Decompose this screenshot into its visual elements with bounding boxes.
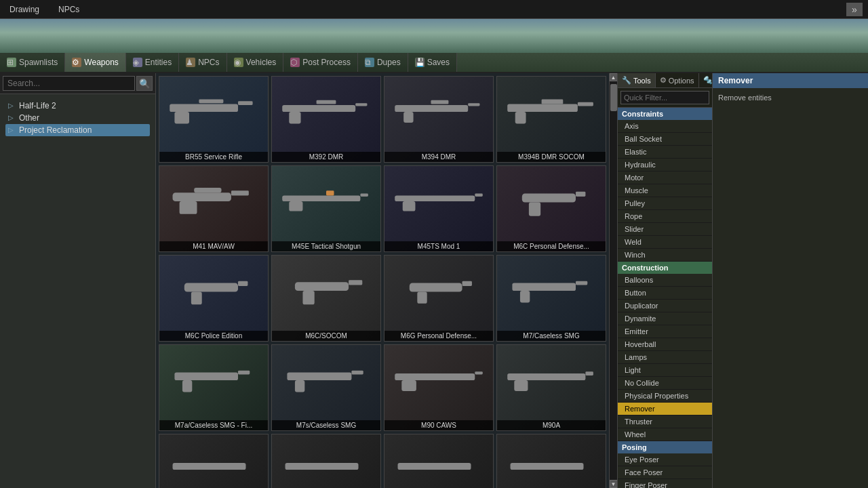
scroll-up-button[interactable]: ▲ [610, 73, 618, 81]
weapon-card[interactable]: M90A [496, 344, 606, 431]
tools-item-thruster[interactable]: Thruster [618, 415, 712, 428]
weapon-card[interactable]: M6C Personal Defense... [496, 165, 606, 252]
tools-item-face-poser[interactable]: Face Poser [618, 466, 712, 479]
weapon-card[interactable] [159, 434, 269, 488]
weapon-card[interactable]: M90 CAWS [384, 344, 494, 431]
tools-item-eye-poser[interactable]: Eye Poser [618, 453, 712, 466]
tree-bullet-icon: ▷ [8, 126, 16, 134]
quick-filter-input[interactable] [620, 91, 709, 104]
tab-options[interactable]: ⚙ Options [656, 73, 699, 87]
svg-rect-10 [403, 112, 413, 123]
tab-tools[interactable]: 🔧 Tools [618, 73, 656, 87]
expand-button[interactable]: » [846, 3, 863, 16]
tab-npcs[interactable]: ♟ NPCs [179, 53, 226, 72]
svg-rect-37 [462, 281, 472, 286]
tools-item-emitter[interactable]: Emitter [618, 325, 712, 338]
svg-rect-45 [287, 373, 351, 381]
svg-rect-1 [238, 101, 253, 105]
scroll-thumb[interactable] [610, 84, 617, 111]
tools-item-remover[interactable]: Remover [618, 403, 712, 415]
svg-rect-33 [295, 282, 349, 291]
main-layout: 🔍 ▷ Half-Life 2 ▷ Other ▷ Project Reclam… [0, 73, 868, 488]
tab-postprocess[interactable]: ⬡ Post Process [283, 53, 358, 72]
remover-content: Remove entities [713, 88, 868, 107]
tab-vehicles[interactable]: ◉ Vehicles [227, 53, 284, 72]
svg-rect-20 [282, 195, 360, 201]
weapon-card[interactable]: M394 DMR [384, 76, 494, 163]
svg-rect-40 [576, 281, 587, 285]
weapon-card[interactable] [496, 434, 606, 488]
tools-item-motor[interactable]: Motor [618, 171, 712, 184]
svg-rect-46 [351, 371, 363, 375]
weapon-card[interactable]: M394B DMR SOCOM [496, 76, 606, 163]
weapon-card[interactable]: M7a/Caseless SMG - Fi... [159, 344, 269, 431]
tab-saves[interactable]: 💾 Saves [408, 53, 457, 72]
tools-item-button[interactable]: Button [618, 287, 712, 300]
weapon-card[interactable]: M6C/SOCOM [271, 255, 381, 342]
tools-item-pulley[interactable]: Pulley [618, 197, 712, 210]
tools-item-hoverball[interactable]: Hoverball [618, 338, 712, 351]
weapon-card[interactable] [271, 434, 381, 488]
weapon-card[interactable]: M7/Caseless SMG [496, 255, 606, 342]
tools-list: ConstraintsAxisBall SocketElasticHydraul… [618, 108, 712, 488]
search-input[interactable] [3, 76, 135, 91]
tools-item-physical-properties[interactable]: Physical Properties [618, 390, 712, 403]
tools-item-light[interactable]: Light [618, 364, 712, 377]
tools-item-ball-socket[interactable]: Ball Socket [618, 133, 712, 146]
weapon-card[interactable]: M41 MAV/AW [159, 165, 269, 252]
weapon-card[interactable]: M6G Personal Defense... [384, 255, 494, 342]
weapon-label: M6G Personal Defense... [384, 331, 493, 341]
svg-rect-43 [238, 371, 250, 375]
svg-rect-39 [512, 283, 576, 291]
svg-rect-3 [199, 99, 223, 103]
svg-rect-19 [194, 188, 221, 192]
tools-item-elastic[interactable]: Elastic [618, 146, 712, 159]
svg-rect-44 [182, 380, 192, 392]
tab-spawnlists[interactable]: ⊞ Spawnlists [0, 53, 65, 72]
tools-item-dynamite[interactable]: Dynamite [618, 312, 712, 325]
weapon-card[interactable]: M45E Tactical Shotgun [271, 165, 381, 252]
tools-item-finger-poser[interactable]: Finger Poser [618, 479, 712, 488]
tree-item-other[interactable]: ▷ Other [5, 112, 150, 124]
tools-item-duplicator[interactable]: Duplicator [618, 300, 712, 312]
weapon-card[interactable] [384, 434, 494, 488]
tools-item-winch[interactable]: Winch [618, 249, 712, 262]
tools-item-muscle[interactable]: Muscle [618, 184, 712, 197]
menu-drawing[interactable]: Drawing [5, 3, 43, 16]
weapon-card[interactable]: M392 DMR [271, 76, 381, 163]
tools-category-posing: Posing [618, 441, 712, 453]
grid-scrollbar[interactable]: ▲ ▼ [609, 73, 617, 488]
tools-item-no-collide[interactable]: No Collide [618, 377, 712, 390]
svg-rect-15 [542, 99, 564, 104]
tree-view: ▷ Half-Life 2 ▷ Other ▷ Project Reclamat… [0, 94, 155, 488]
npcs-icon: ♟ [186, 58, 195, 67]
tree-item-hl2[interactable]: ▷ Half-Life 2 [5, 100, 150, 112]
weapon-card[interactable]: M45TS Mod 1 [384, 165, 494, 252]
tools-item-hydraulic[interactable]: Hydraulic [618, 159, 712, 171]
tools-item-wheel[interactable]: Wheel [618, 428, 712, 441]
bg-scene [0, 19, 868, 53]
utilities-tab-icon: 🔩 [703, 76, 713, 85]
tab-entities[interactable]: ◈ Entities [126, 53, 179, 72]
svg-rect-53 [514, 380, 528, 391]
tools-item-weld[interactable]: Weld [618, 236, 712, 249]
weapon-card[interactable]: M7s/Caseless SMG [271, 344, 381, 431]
tools-item-axis[interactable]: Axis [618, 120, 712, 133]
weapon-label: M394 DMR [384, 152, 493, 162]
weapon-card[interactable]: M6C Police Edition [159, 255, 269, 342]
menu-npcs[interactable]: NPCs [54, 3, 83, 16]
tab-weapons[interactable]: ⚙ Weapons [65, 53, 125, 72]
search-button[interactable]: 🔍 [136, 76, 153, 91]
tools-item-lamps[interactable]: Lamps [618, 351, 712, 364]
svg-rect-31 [238, 281, 248, 286]
weapon-card[interactable]: BR55 Service Rifle [159, 76, 269, 163]
scroll-down-button[interactable]: ▼ [610, 480, 618, 488]
tree-item-project-reclamation[interactable]: ▷ Project Reclamation [5, 124, 150, 136]
tree-label-hl2: Half-Life 2 [19, 101, 56, 110]
tools-item-balloons[interactable]: Balloons [618, 274, 712, 287]
weapon-label: M90 CAWS [384, 420, 493, 430]
tools-item-rope[interactable]: Rope [618, 210, 712, 223]
tools-item-slider[interactable]: Slider [618, 223, 712, 236]
tab-dupes[interactable]: ⧉ Dupes [358, 53, 408, 72]
weapons-grid: BR55 Service RifleM392 DMRM394 DMRM394B … [156, 73, 609, 488]
